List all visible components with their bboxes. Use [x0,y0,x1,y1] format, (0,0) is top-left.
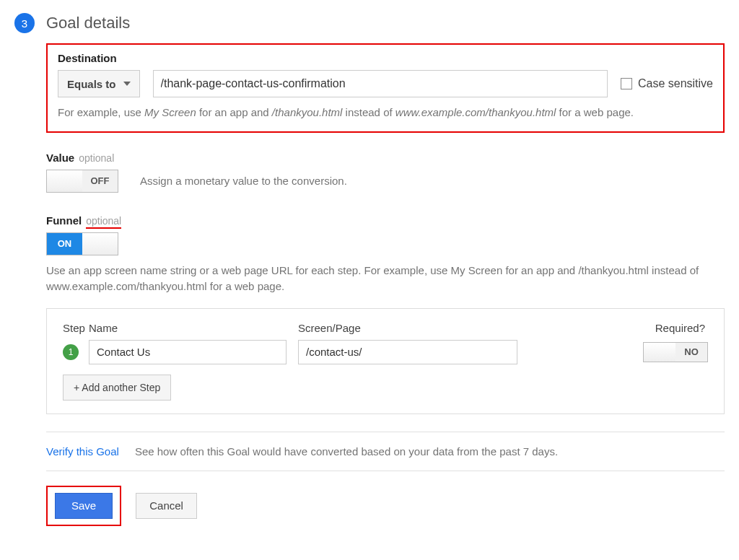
value-label: Valueoptional [46,152,725,164]
value-toggle[interactable]: OFF [46,170,118,193]
destination-highlight-box: Destination Equals to Case sensitive For… [46,43,725,133]
verify-description: See how often this Goal would have conve… [135,445,558,458]
funnel-step-row: 1 NO [63,340,708,364]
funnel-help-text: Use an app screen name string or a web p… [46,263,725,295]
funnel-columns-header: Step Name Screen/Page Required? [63,322,708,334]
step-number-badge: 3 [14,13,35,33]
case-sensitive-checkbox[interactable] [621,78,632,89]
funnel-toggle[interactable]: ON [46,232,118,255]
save-button[interactable]: Save [55,493,113,519]
funnel-label: Funneloptional [46,214,725,227]
toggle-knob [47,170,82,192]
case-sensitive-option[interactable]: Case sensitive [621,77,713,90]
destination-match-dropdown[interactable]: Equals to [58,70,140,97]
funnel-step-required-state: NO [675,343,707,362]
funnel-step-name-input[interactable] [89,340,287,364]
value-section: Valueoptional OFF Assign a monetary valu… [46,152,725,193]
save-highlight-box: Save [46,486,121,526]
chevron-down-icon [123,82,131,86]
toggle-knob [82,233,118,255]
funnel-toggle-state: ON [47,233,82,255]
verify-goal-link[interactable]: Verify this Goal [46,445,119,458]
step-title: Goal details [46,14,130,32]
add-step-button[interactable]: + Add another Step [63,375,171,401]
funnel-step-number-badge: 1 [63,344,79,360]
destination-label: Destination [58,52,713,64]
cancel-button[interactable]: Cancel [136,493,197,519]
verify-row: Verify this Goal See how often this Goal… [46,445,725,471]
destination-help-text: For example, use My Screen for an app an… [58,105,713,121]
value-toggle-state: OFF [82,170,118,192]
destination-url-input[interactable] [153,70,608,97]
funnel-section: Funneloptional ON Use an app screen name… [46,214,725,414]
funnel-step-required-toggle[interactable]: NO [643,342,708,362]
toggle-knob [644,343,675,362]
action-buttons: Save Cancel [46,486,725,526]
funnel-steps-box: Step Name Screen/Page Required? 1 NO + A… [46,308,725,414]
value-description: Assign a monetary value to the conversio… [140,175,347,187]
destination-match-value: Equals to [67,78,116,90]
divider [46,432,725,432]
case-sensitive-label: Case sensitive [638,77,713,90]
step-header: 3 Goal details [14,0,725,43]
funnel-step-screen-input[interactable] [298,340,517,364]
